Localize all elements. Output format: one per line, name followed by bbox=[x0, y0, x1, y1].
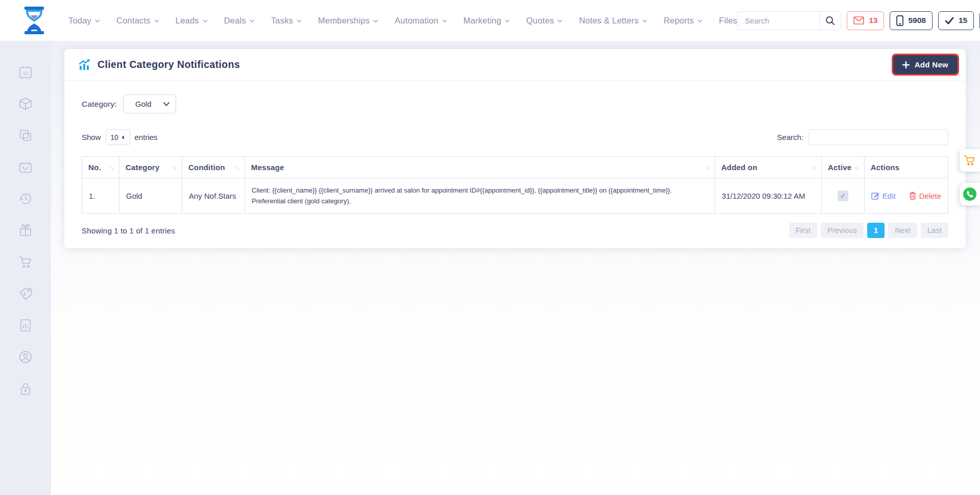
sort-icon: ↑↓ bbox=[110, 164, 113, 171]
nav-item-tasks[interactable]: Tasks bbox=[271, 16, 302, 26]
column-header-category[interactable]: Category↑↓ bbox=[119, 157, 182, 178]
call-widget-tab[interactable] bbox=[960, 183, 980, 205]
svg-text:$: $ bbox=[23, 292, 26, 297]
pagination-previous[interactable]: Previous bbox=[821, 223, 864, 238]
search-icon bbox=[825, 16, 835, 26]
page-length-value: 10 bbox=[110, 133, 118, 142]
message-line1: Client: {{client_name}} {{client_surname… bbox=[252, 185, 708, 196]
category-filter-row: Category: Gold bbox=[82, 95, 948, 113]
chevron-down-icon bbox=[95, 19, 100, 22]
category-label: Category: bbox=[82, 100, 117, 109]
global-search-input[interactable] bbox=[738, 12, 819, 30]
pagination-last[interactable]: Last bbox=[921, 223, 948, 238]
edit-pencil-icon bbox=[871, 192, 879, 200]
delete-button[interactable]: Delete bbox=[909, 192, 941, 200]
gift-icon[interactable] bbox=[18, 223, 33, 238]
left-sidebar: 12 $ bbox=[0, 41, 51, 495]
nav-item-quotes[interactable]: Quotes bbox=[526, 16, 562, 26]
table-search-input[interactable] bbox=[808, 129, 948, 145]
calls-badge[interactable]: 5908 bbox=[890, 11, 932, 30]
add-new-label: Add New bbox=[915, 60, 948, 69]
sort-icon: ↑↓ bbox=[854, 164, 858, 171]
nav-item-notes-letters[interactable]: Notes & Letters bbox=[579, 16, 647, 26]
orange-cart-icon bbox=[964, 154, 976, 167]
column-header-added-on[interactable]: Added on↑↓ bbox=[715, 157, 822, 178]
add-new-button[interactable]: Add New bbox=[893, 55, 958, 74]
lock-icon[interactable] bbox=[18, 382, 33, 396]
column-header-actions: Actions bbox=[864, 157, 948, 178]
report-chart-icon[interactable] bbox=[18, 318, 33, 333]
green-phone-icon bbox=[963, 187, 977, 201]
column-header-active[interactable]: Active↑↓ bbox=[822, 157, 865, 178]
pagination: First Previous 1 Next Last bbox=[789, 223, 948, 238]
edit-button[interactable]: Edit bbox=[871, 192, 896, 200]
mobile-phone-icon bbox=[896, 15, 903, 26]
nav-item-contacts[interactable]: Contacts bbox=[116, 16, 159, 26]
nav-item-leads[interactable]: Leads bbox=[176, 16, 208, 26]
show-entries-group: Show 10 ▲▼ entries bbox=[82, 129, 158, 145]
cell-category: Gold bbox=[119, 178, 182, 214]
chevron-down-icon bbox=[373, 19, 378, 22]
products-cube-icon[interactable] bbox=[18, 97, 33, 111]
category-select[interactable]: Gold bbox=[123, 95, 176, 113]
chart-increasing-icon bbox=[79, 59, 91, 70]
page-title: Client Category Notifications bbox=[97, 59, 240, 70]
chevron-down-icon bbox=[697, 19, 702, 22]
copy-layers-icon[interactable] bbox=[18, 128, 33, 143]
sort-icon: ↑↓ bbox=[173, 164, 176, 171]
cell-message: Client: {{client_name}} {{client_surname… bbox=[245, 178, 715, 214]
active-checkbox[interactable]: ✓ bbox=[838, 191, 848, 201]
plus-icon bbox=[902, 61, 910, 68]
messages-badge[interactable]: 13 bbox=[847, 11, 884, 30]
entries-label: entries bbox=[135, 133, 158, 142]
topbar-right: 13 5908 15 ? LONDON SUPPORT bbox=[737, 10, 980, 32]
cart-widget-tab[interactable] bbox=[960, 149, 980, 172]
nav-item-automation[interactable]: Automation bbox=[395, 16, 447, 26]
calls-count: 5908 bbox=[908, 16, 925, 25]
check-icon: ✓ bbox=[840, 192, 846, 200]
category-selected-value: Gold bbox=[135, 100, 152, 108]
top-navigation-bar: Today Contacts Leads Deals Tasks Members… bbox=[0, 0, 980, 41]
sort-icon: ↑↓ bbox=[705, 164, 709, 171]
nav-item-today[interactable]: Today bbox=[68, 16, 100, 26]
booking-basket-icon[interactable] bbox=[18, 160, 33, 174]
trash-icon bbox=[909, 192, 916, 200]
app-logo-hourglass-icon[interactable] bbox=[20, 6, 48, 35]
chevron-down-icon bbox=[557, 19, 562, 22]
nav-item-reports[interactable]: Reports bbox=[664, 16, 702, 26]
page-length-select[interactable]: 10 ▲▼ bbox=[106, 129, 130, 145]
calendar-icon[interactable]: 12 bbox=[18, 65, 33, 79]
table-row: 1. Gold Any Nof.Stars Client: {{client_n… bbox=[82, 178, 948, 214]
main-nav: Today Contacts Leads Deals Tasks Members… bbox=[68, 16, 737, 26]
nav-item-marketing[interactable]: Marketing bbox=[463, 16, 510, 26]
message-line2: Preferential client (gold category). bbox=[252, 196, 708, 206]
pagination-first[interactable]: First bbox=[789, 223, 817, 238]
column-header-condition[interactable]: Condition↑↓ bbox=[182, 157, 245, 178]
spinner-arrows-icon: ▲▼ bbox=[121, 135, 125, 139]
pagination-next[interactable]: Next bbox=[888, 223, 917, 238]
price-tag-icon[interactable]: $ bbox=[18, 287, 33, 301]
history-clock-icon[interactable] bbox=[18, 192, 33, 206]
chevron-down-icon bbox=[154, 19, 159, 22]
nav-item-memberships[interactable]: Memberships bbox=[318, 16, 378, 26]
table-footer: Showing 1 to 1 of 1 entries First Previo… bbox=[82, 223, 948, 238]
tasks-badge[interactable]: 15 bbox=[938, 11, 974, 30]
notifications-card: Client Category Notifications Add New Ca… bbox=[64, 49, 966, 248]
search-button[interactable] bbox=[819, 12, 841, 30]
svg-text:12: 12 bbox=[23, 71, 28, 76]
list-controls-row: Show 10 ▲▼ entries Search: bbox=[82, 129, 948, 145]
sort-icon: ↑↓ bbox=[812, 164, 816, 171]
show-label: Show bbox=[82, 133, 101, 142]
add-new-highlight-ring: Add New bbox=[892, 54, 959, 76]
checkmark-icon bbox=[945, 17, 954, 25]
account-circle-icon[interactable] bbox=[18, 350, 33, 364]
pagination-page-1[interactable]: 1 bbox=[867, 223, 885, 238]
nav-item-files[interactable]: Files bbox=[719, 16, 737, 26]
nav-item-deals[interactable]: Deals bbox=[224, 16, 255, 26]
notifications-table: No.↑↓ Category↑↓ Condition↑↓ Message↑↓ A… bbox=[82, 156, 948, 214]
column-header-no[interactable]: No.↑↓ bbox=[82, 157, 119, 178]
column-header-message[interactable]: Message↑↓ bbox=[245, 157, 715, 178]
cart-icon[interactable] bbox=[18, 255, 33, 269]
card-header: Client Category Notifications Add New bbox=[64, 49, 966, 81]
sort-icon: ↑↓ bbox=[235, 164, 239, 171]
